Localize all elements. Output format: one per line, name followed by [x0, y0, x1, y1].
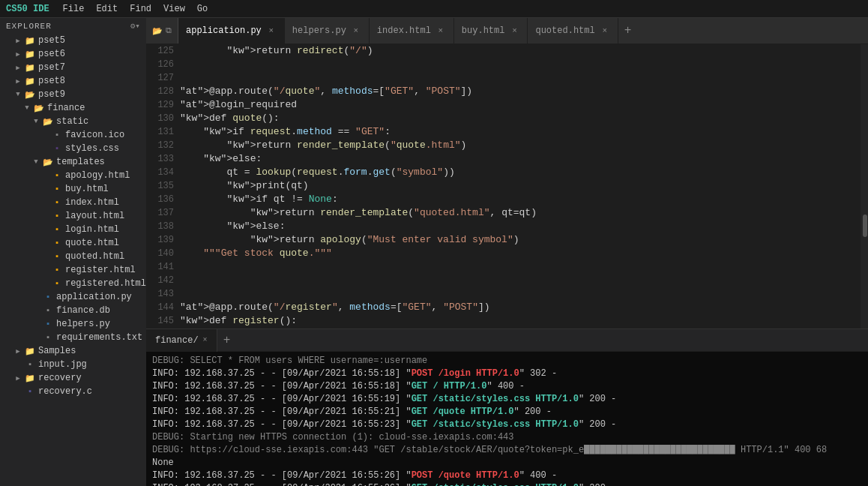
- new-tab-button[interactable]: +: [618, 18, 638, 44]
- tab-close-icon[interactable]: ×: [600, 26, 610, 36]
- tab-close-icon[interactable]: ×: [351, 26, 361, 36]
- line-number: 139: [152, 233, 174, 247]
- code-line: "kw">if request.method == "GET":: [180, 125, 861, 139]
- terminal-line: DEBUG: https://cloud-sse.iexapis.com:443…: [152, 444, 862, 457]
- sidebar-item-requirements[interactable]: ▪ requirements.txt: [0, 331, 146, 344]
- sidebar-item-register[interactable]: ▪ register.html: [0, 263, 146, 277]
- sidebar-item-quote[interactable]: ▪ quote.html: [0, 236, 146, 250]
- menu-edit[interactable]: Edit: [91, 3, 122, 15]
- code-line: """Get stock quote.""": [180, 247, 861, 260]
- code-line: [180, 287, 861, 301]
- terminal-line: INFO: 192.168.37.25 - - [09/Apr/2021 16:…: [152, 393, 862, 406]
- sidebar-item-label: requirements.txt: [56, 332, 142, 343]
- tab-close-icon[interactable]: ×: [435, 26, 446, 36]
- sidebar-item-pset9[interactable]: ▼ 📂 pset9: [0, 88, 146, 101]
- terminal-tab-finance[interactable]: finance/ ×: [146, 329, 217, 352]
- sidebar-item-application-py[interactable]: ▪ application.py: [0, 290, 146, 304]
- arrow-icon: ▼: [21, 104, 33, 112]
- gear-icon[interactable]: ⚙▾: [130, 21, 140, 31]
- code-editor[interactable]: 1251261271281291301311321331341351361371…: [146, 44, 868, 328]
- code-line: [180, 260, 861, 274]
- line-number: 129: [152, 98, 174, 112]
- line-number: 145: [152, 314, 174, 328]
- tab-close-icon[interactable]: ×: [266, 26, 277, 36]
- arrow-icon: ▶: [12, 50, 24, 58]
- arrow-icon: ▼: [30, 158, 42, 166]
- code-line: "kw">if qt != None:: [180, 193, 861, 206]
- tab-bar: 📂 ⧉ application.py × helpers.py × index.…: [146, 18, 868, 44]
- sidebar-item-label: register.html: [65, 265, 136, 275]
- tab-label: buy.html: [462, 26, 505, 36]
- terminal-tab-label: finance/: [155, 335, 199, 346]
- terminal-content[interactable]: DEBUG: SELECT * FROM users WHERE usernam…: [146, 352, 868, 486]
- new-terminal-button[interactable]: +: [217, 334, 237, 347]
- sidebar-item-label: index.html: [65, 197, 119, 208]
- sidebar-item-pset5[interactable]: ▶ 📁 pset5: [0, 34, 146, 47]
- tab-index-html[interactable]: index.html ×: [370, 18, 454, 44]
- line-number: 146: [152, 328, 174, 328]
- code-content[interactable]: "kw">return redirect("/") "at">@app.rout…: [180, 44, 861, 328]
- sidebar-item-apology[interactable]: ▪ apology.html: [0, 169, 146, 182]
- line-number: 128: [152, 85, 174, 98]
- tab-quoted-html[interactable]: quoted.html ×: [528, 18, 618, 44]
- sidebar-item-pset7[interactable]: ▶ 📁 pset7: [0, 61, 146, 74]
- code-line: "kw">else:: [180, 152, 861, 166]
- tab-helpers-py[interactable]: helpers.py ×: [285, 18, 370, 44]
- sidebar-item-pset6[interactable]: ▶ 📁 pset6: [0, 47, 146, 61]
- sidebar-item-label: pset7: [38, 62, 65, 73]
- scroll-indicator[interactable]: [861, 44, 868, 328]
- terminal-tab-bar: finance/ × +: [146, 329, 868, 352]
- tab-buy-html[interactable]: buy.html ×: [454, 18, 528, 44]
- sidebar-item-input-jpg[interactable]: ▪ input.jpg: [0, 358, 146, 371]
- folder-icon: 📁: [24, 49, 36, 59]
- scroll-thumb[interactable]: [863, 214, 867, 237]
- menu-go[interactable]: Go: [193, 3, 212, 15]
- sidebar-item-quoted[interactable]: ▪ quoted.html: [0, 250, 146, 263]
- sidebar-item-helpers-py[interactable]: ▪ helpers.py: [0, 317, 146, 331]
- sidebar-item-label: finance.db: [56, 305, 110, 316]
- sidebar-item-finance-db[interactable]: ▪ finance.db: [0, 304, 146, 317]
- terminal-line: INFO: 192.168.37.25 - - [09/Apr/2021 16:…: [152, 368, 862, 380]
- sidebar-item-label: input.jpg: [38, 359, 87, 370]
- menu-find[interactable]: Find: [125, 3, 156, 15]
- sidebar-item-label: finance: [47, 103, 85, 113]
- sidebar-item-samples[interactable]: ▶ 📁 Samples: [0, 344, 146, 358]
- terminal-line: INFO: 192.168.37.25 - - [09/Apr/2021 16:…: [152, 380, 862, 393]
- terminal-line: DEBUG: Starting new HTTPS connection (1)…: [152, 431, 862, 444]
- tab-application-py[interactable]: application.py ×: [178, 18, 285, 44]
- sidebar-item-login[interactable]: ▪ login.html: [0, 223, 146, 236]
- sidebar-item-recovery-c[interactable]: ▪ recovery.c: [0, 385, 146, 398]
- code-line: [180, 58, 861, 71]
- sidebar-item-favicon[interactable]: ▪ favicon.ico: [0, 128, 146, 142]
- menu-view[interactable]: View: [159, 3, 190, 15]
- sidebar-item-static[interactable]: ▼ 📂 static: [0, 115, 146, 128]
- menu-file[interactable]: File: [58, 3, 89, 15]
- tab-label: helpers.py: [292, 26, 346, 36]
- line-number: 143: [152, 287, 174, 301]
- sidebar-item-index[interactable]: ▪ index.html: [0, 196, 146, 209]
- file-icon: ▪: [51, 170, 63, 181]
- sidebar-item-styles[interactable]: ▪ styles.css: [0, 142, 146, 155]
- sidebar-item-pset8[interactable]: ▶ 📁 pset8: [0, 74, 146, 88]
- sidebar-item-recovery[interactable]: ▶ 📁 recovery: [0, 371, 146, 385]
- file-explorer[interactable]: EXPLORER ⚙▾ ▶ 📁 pset5 ▶ 📁 pset6 ▶ 📁 pset…: [0, 18, 146, 486]
- file-icon: ▪: [42, 292, 54, 302]
- line-number: 138: [152, 220, 174, 233]
- file-icon: ▪: [42, 305, 54, 316]
- line-number: 130: [152, 112, 174, 125]
- arrow-icon: ▼: [30, 118, 42, 125]
- sidebar-item-templates[interactable]: ▼ 📂 templates: [0, 155, 146, 169]
- sidebar-item-finance[interactable]: ▼ 📂 finance: [0, 101, 146, 115]
- sidebar-item-buy[interactable]: ▪ buy.html: [0, 182, 146, 196]
- sidebar-item-label: recovery: [38, 373, 82, 383]
- terminal-close-icon[interactable]: ×: [203, 336, 208, 344]
- arrow-icon: ▼: [12, 91, 24, 98]
- code-line: "at">@app.route("/quote", methods=["GET"…: [180, 85, 861, 98]
- sidebar-item-registered[interactable]: ▪ registered.html: [0, 277, 146, 290]
- file-icon: ▪: [24, 386, 36, 397]
- editor-area: 📂 ⧉ application.py × helpers.py × index.…: [146, 18, 868, 486]
- tab-close-icon[interactable]: ×: [509, 26, 519, 36]
- folder-icon: 📁: [24, 35, 36, 46]
- arrow-icon: ▶: [12, 347, 24, 356]
- sidebar-item-layout[interactable]: ▪ layout.html: [0, 209, 146, 223]
